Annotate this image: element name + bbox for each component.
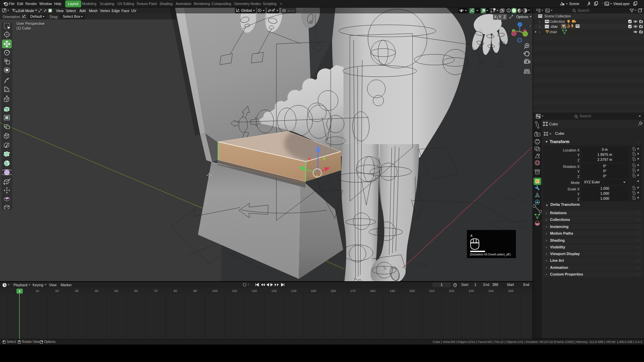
svg-text:Z: Z [519, 23, 521, 26]
svg-text:6: 6 [565, 26, 567, 28]
